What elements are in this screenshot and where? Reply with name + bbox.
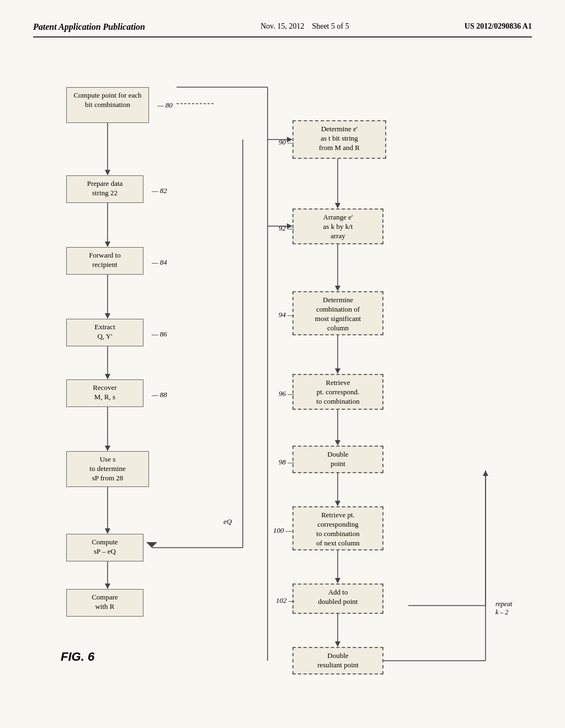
repeat-label: repeatk – 2 [495, 600, 512, 617]
svg-marker-5 [105, 313, 110, 319]
svg-marker-15 [335, 203, 340, 208]
box-compare: Comparewith R [66, 589, 143, 617]
box-extract: ExtractQ, Y' [66, 319, 143, 346]
header-title: Patent Application Publication [33, 22, 145, 32]
step-label-80: — 80 [157, 101, 173, 110]
step-label-86: — 86 [152, 330, 167, 339]
step-label-94: 94 — [279, 311, 294, 319]
box-prepare-data: Prepare datastring 22 [66, 175, 143, 203]
box-determine-e: Determine e'as t bit stringfrom M and R [292, 120, 386, 159]
box-determine-combination: Determinecombination ofmost significantc… [292, 291, 383, 335]
box-double-point: Doublepoint [292, 446, 383, 473]
svg-marker-25 [335, 578, 340, 584]
box-recover: RecoverM, R, s [66, 379, 143, 407]
svg-marker-1 [105, 170, 110, 175]
box-add-doubled: Add todoubled point [292, 584, 383, 614]
step-label-88: — 88 [152, 390, 167, 399]
step-label-100: 100 — [273, 526, 292, 535]
svg-marker-9 [105, 446, 110, 451]
diagram-area: Compute point for each bit combination P… [33, 54, 532, 683]
step-label-96: 96 — [279, 389, 294, 398]
box-forward: Forward torecipient [66, 247, 143, 275]
svg-marker-27 [335, 641, 340, 647]
step-label-82: — 82 [152, 186, 167, 195]
page: Patent Application Publication Nov. 15, … [0, 0, 565, 728]
svg-marker-36 [146, 542, 157, 548]
box-compute-sp-eq: ComputesP – eQ [66, 534, 143, 561]
figure-label: FIG. 6 [61, 650, 94, 664]
step-label-92: 92 — [279, 224, 294, 233]
svg-marker-17 [335, 286, 340, 291]
svg-marker-23 [335, 501, 340, 506]
arrows-svg [33, 54, 532, 683]
box-arrange-e: Arrange e'as k by k/tarray [292, 208, 383, 244]
svg-marker-13 [105, 584, 110, 589]
svg-marker-40 [483, 470, 488, 476]
box-retrieve-pt: Retrievept. correspond.to combination [292, 374, 383, 410]
eq-label: eQ [223, 517, 232, 526]
header-date: Nov. 15, 2012 [260, 22, 304, 30]
svg-marker-19 [335, 368, 340, 374]
page-header: Patent Application Publication Nov. 15, … [33, 22, 532, 38]
step-label-84: — 84 [152, 258, 167, 267]
box-compute-point: Compute point for each bit combination [66, 87, 149, 123]
svg-marker-11 [105, 528, 110, 534]
box-use-s: Use sto determinesP from 28 [66, 451, 149, 487]
svg-marker-3 [105, 242, 110, 247]
step-label-90: 90 — [279, 138, 294, 147]
header-center: Nov. 15, 2012 Sheet 5 of 5 [260, 22, 349, 31]
header-sheet: Sheet 5 of 5 [312, 22, 349, 30]
svg-marker-7 [105, 374, 110, 379]
step-label-98: 98 — [279, 458, 294, 467]
header-patent: US 2012/0290836 A1 [465, 22, 532, 31]
box-retrieve-next: Retrieve pt.correspondingto combinationo… [292, 506, 383, 550]
step-label-102: 102 — [276, 596, 295, 605]
box-double-resultant: Doubleresultant point [292, 647, 383, 675]
svg-marker-21 [335, 440, 340, 446]
